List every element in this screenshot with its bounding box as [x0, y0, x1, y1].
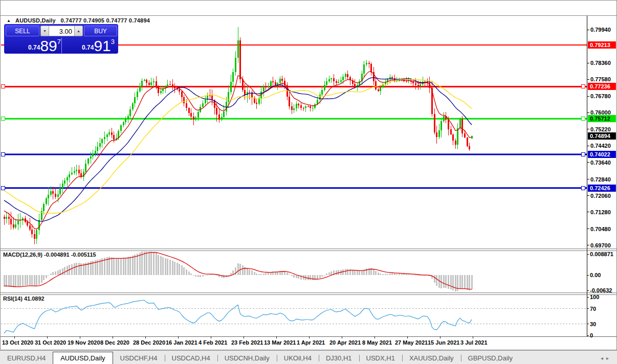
svg-text:27 May 2021: 27 May 2021	[395, 339, 428, 346]
svg-text:0.79940: 0.79940	[590, 27, 611, 33]
svg-text:28 Dec 2020: 28 Dec 2020	[133, 339, 165, 346]
svg-text:0.008871: 0.008871	[590, 251, 613, 257]
price-divider	[61, 38, 62, 53]
volume-increase-icon[interactable]: ▲	[74, 26, 83, 36]
svg-text:0.76000: 0.76000	[590, 109, 611, 116]
svg-text:0.78360: 0.78360	[590, 60, 611, 66]
svg-text:0.72060: 0.72060	[590, 193, 611, 199]
macd-indicator-label: MACD(12,26,9) -0.004891 -0.005115	[3, 252, 96, 258]
buy-button[interactable]: BUY	[84, 26, 117, 36]
trading-terminal: 5 M30 H1 H4 D1 W1 MN 0.799400.783600.775…	[0, 0, 617, 364]
sell-button[interactable]: SELL	[6, 26, 39, 36]
svg-text:23 Feb 2021: 23 Feb 2021	[231, 339, 263, 346]
buy-price[interactable]: 0.74913	[62, 37, 118, 54]
volume-input[interactable]: 3.00	[49, 26, 74, 36]
svg-text:0.79213: 0.79213	[590, 42, 610, 48]
svg-text:16 Jan 2021: 16 Jan 2021	[166, 339, 197, 346]
buy-price-pip: 3	[111, 38, 115, 46]
svg-text:0: 0	[590, 332, 593, 338]
svg-text:19 Nov 2020: 19 Nov 2020	[68, 339, 100, 346]
svg-text:0.73640: 0.73640	[590, 160, 611, 166]
svg-text:1 Apr 2021: 1 Apr 2021	[297, 339, 325, 346]
svg-text:70: 70	[590, 306, 596, 312]
ohlc-quote: 0.74777 0.74905 0.74777 0.74894	[61, 17, 150, 24]
svg-text:0.76780: 0.76780	[590, 93, 611, 99]
svg-text:0.77236: 0.77236	[590, 83, 610, 89]
svg-text:-0.00632: -0.00632	[590, 287, 612, 293]
rsi-indicator-label: RSI(14) 41.0892	[3, 295, 45, 302]
sell-price-main: 89	[40, 37, 57, 54]
one-click-trade-panel: SELL ▼ 3.00 ▲ BUY 0.74897 0.74913	[4, 24, 118, 54]
svg-text:0.72426: 0.72426	[590, 185, 610, 191]
svg-text:15 Jun 2021: 15 Jun 2021	[428, 339, 459, 346]
chart-canvas[interactable]: 0.799400.783600.775800.767800.760000.752…	[0, 0, 617, 364]
svg-text:0.00: 0.00	[590, 272, 601, 278]
svg-text:0.77580: 0.77580	[590, 76, 611, 82]
sell-price-prefix: 0.74	[28, 44, 40, 51]
svg-text:4 Feb 2021: 4 Feb 2021	[199, 339, 227, 346]
sell-price[interactable]: 0.74897	[5, 37, 61, 54]
svg-text:0.72840: 0.72840	[590, 176, 611, 183]
svg-text:8 May 2021: 8 May 2021	[362, 339, 392, 346]
svg-text:0.75220: 0.75220	[590, 126, 611, 132]
buy-price-main: 91	[94, 37, 111, 54]
svg-text:0.74420: 0.74420	[590, 143, 611, 149]
collapse-panel-icon[interactable]: ▲	[7, 18, 11, 23]
svg-text:0.69700: 0.69700	[590, 242, 611, 248]
svg-text:0.74894: 0.74894	[590, 133, 611, 139]
svg-text:13 Oct 2020: 13 Oct 2020	[2, 339, 33, 346]
svg-text:20 Apr 2021: 20 Apr 2021	[329, 339, 361, 346]
symbol-name: AUDUSD,Daily	[15, 17, 56, 24]
svg-text:0.74022: 0.74022	[590, 151, 610, 157]
svg-text:13 Mar 2021: 13 Mar 2021	[264, 339, 296, 346]
svg-text:30: 30	[590, 321, 596, 327]
trade-panel-controls: SELL ▼ 3.00 ▲ BUY	[5, 25, 118, 37]
buy-price-prefix: 0.74	[82, 44, 94, 51]
tab-audusd-daily-active[interactable]: AUDUSD,Daily	[53, 352, 113, 364]
svg-text:0.75712: 0.75712	[590, 116, 610, 122]
svg-text:31 Oct 2020: 31 Oct 2020	[35, 339, 66, 346]
sell-price-pip: 7	[57, 38, 61, 46]
symbol-title: ▲ AUDUSD,Daily 0.74777 0.74905 0.74777 0…	[7, 17, 150, 24]
svg-text:0.71280: 0.71280	[590, 209, 611, 215]
svg-text:8 Dec 2020: 8 Dec 2020	[100, 339, 129, 346]
svg-text:3 Jul 2021: 3 Jul 2021	[460, 339, 488, 346]
volume-decrease-icon[interactable]: ▼	[40, 26, 49, 36]
svg-text:100: 100	[590, 294, 599, 300]
svg-text:0.70480: 0.70480	[590, 226, 611, 232]
